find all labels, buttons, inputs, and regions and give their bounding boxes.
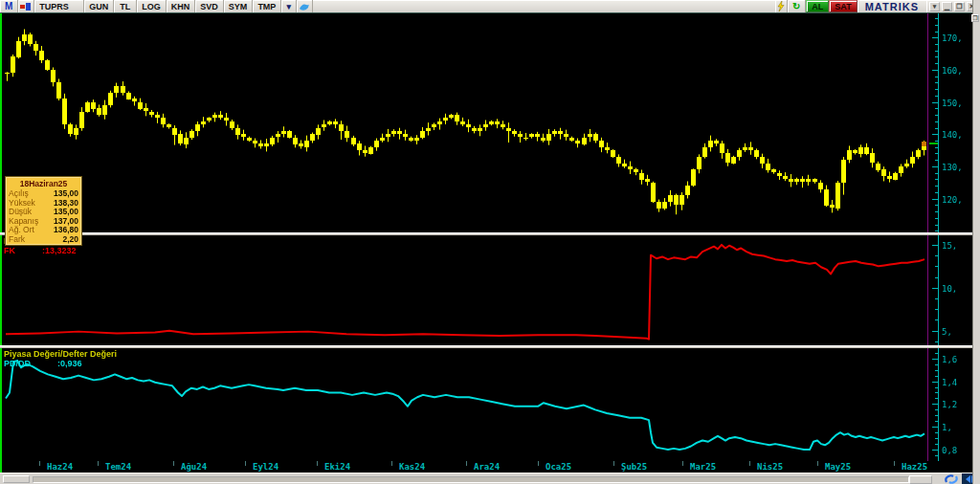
matriks-m-logo[interactable]: M — [0, 0, 18, 12]
pb-series-readout: PD/DD:0,936 — [4, 359, 82, 368]
matriks-spinner-icon[interactable] — [942, 473, 961, 484]
bird-icon[interactable] — [297, 0, 313, 12]
month-label-may25: May25 — [825, 462, 851, 472]
month-label-haz24: Haz24 — [47, 462, 73, 472]
info-box-date: 18Haziran25 — [9, 179, 78, 188]
month-label-kas24: Kas24 — [399, 462, 425, 472]
info-value: 2,20 — [62, 235, 78, 245]
month-label-haz25: Haz25 — [902, 462, 927, 472]
spinner-svg — [944, 473, 959, 484]
fk-series-label: FK — [4, 246, 15, 255]
month-tick — [391, 461, 392, 466]
month-tick — [613, 461, 614, 466]
scrollbar-left-button[interactable] — [3, 475, 30, 483]
month-label-ara24: Ara24 — [474, 462, 500, 472]
toolbar-button-log[interactable]: LOG — [137, 0, 167, 12]
window-right-border — [972, 0, 980, 484]
month-label-eki24: Eki24 — [324, 462, 350, 472]
lightning-icon[interactable] — [775, 0, 788, 12]
bird-icon-svg — [299, 2, 310, 11]
window-dropdown-button[interactable]: ▾ — [929, 2, 940, 11]
month-label-oca25: Oca25 — [546, 462, 571, 472]
fk-chart-canvas[interactable] — [2, 235, 972, 345]
pb-panel — [0, 348, 972, 461]
month-tick — [245, 461, 246, 466]
connection-icon[interactable] — [18, 0, 34, 12]
toolbar: M TUPRS GUN TL LOG KHN SVD SYM TMP ▾ ↻ A… — [0, 0, 980, 13]
month-label-eyl24: Eyl24 — [253, 462, 278, 472]
window-restore-button[interactable]: ❐ — [954, 2, 965, 11]
pb-series-value: :0,936 — [57, 359, 82, 368]
pb-chart-canvas[interactable] — [2, 348, 972, 461]
lightning-icon-svg — [777, 1, 785, 11]
month-tick — [317, 461, 318, 466]
connection-icon-svg — [20, 2, 32, 11]
toolbar-button-tl[interactable]: TL — [114, 0, 137, 12]
month-label-tem24: Tem24 — [105, 462, 131, 472]
matriks-brand-logo: MATRIKS — [858, 0, 926, 12]
fk-panel — [0, 235, 972, 345]
month-tick — [173, 461, 174, 466]
symbol-label[interactable]: TUPRS — [34, 0, 84, 12]
date-axis: Haz24Tem24Ağu24Eyl24Eki24Kas24Ara24Oca25… — [0, 461, 972, 473]
toolbar-button-gun[interactable]: GUN — [84, 0, 114, 12]
scrollbar-thumb[interactable] — [909, 475, 932, 484]
month-label-şub25: Şub25 — [621, 462, 647, 472]
pb-series-label: PD/DD — [4, 359, 31, 368]
month-tick — [894, 461, 895, 466]
refresh-connection-icon[interactable]: ↻ — [788, 0, 806, 12]
info-row-change: Fark 2,20 — [9, 235, 78, 245]
month-tick — [682, 461, 683, 466]
month-tick — [466, 461, 467, 466]
panel-maximize-button[interactable]: ❐ — [971, 14, 979, 22]
template-dropdown-icon[interactable]: ▾ — [281, 0, 297, 12]
month-label-nis25: Nis25 — [757, 462, 783, 472]
matriks-chart-window: M TUPRS GUN TL LOG KHN SVD SYM TMP ▾ ↻ A… — [0, 0, 980, 484]
info-label: Fark — [9, 235, 25, 245]
horizontal-scrollbar[interactable] — [33, 476, 909, 483]
fk-series-value: :13,3232 — [42, 246, 77, 255]
toolbar-button-tmp[interactable]: TMP — [253, 0, 281, 12]
month-label-mar25: Mar25 — [690, 462, 716, 472]
month-tick — [749, 461, 750, 466]
toolbar-button-khn[interactable]: KHN — [167, 0, 196, 12]
toolbar-button-sym[interactable]: SYM — [224, 0, 254, 12]
month-tick — [39, 461, 40, 466]
buy-button[interactable]: AL — [806, 0, 829, 12]
month-tick — [817, 461, 818, 466]
price-panel — [0, 13, 972, 232]
month-tick — [98, 461, 99, 466]
price-chart-canvas[interactable] — [2, 13, 972, 232]
month-tick — [538, 461, 539, 466]
pb-panel-title: Piyasa Değeri/Defter Değeri — [4, 349, 117, 359]
window-minimize-button[interactable]: ▁ — [942, 2, 952, 11]
scroll-left-arrow-icon[interactable] — [966, 475, 970, 483]
toolbar-button-svd[interactable]: SVD — [195, 0, 224, 12]
sell-button[interactable]: SAT — [829, 0, 857, 12]
bottom-bar — [0, 473, 980, 484]
fk-series-readout: FK:13,3232 — [4, 246, 77, 255]
month-label-ağu24: Ağu24 — [181, 462, 207, 472]
toolbar-spacer — [313, 0, 775, 12]
candle-info-box[interactable]: 18Haziran25 Açılış 135,00 Yüksek 138,30 … — [5, 176, 82, 246]
